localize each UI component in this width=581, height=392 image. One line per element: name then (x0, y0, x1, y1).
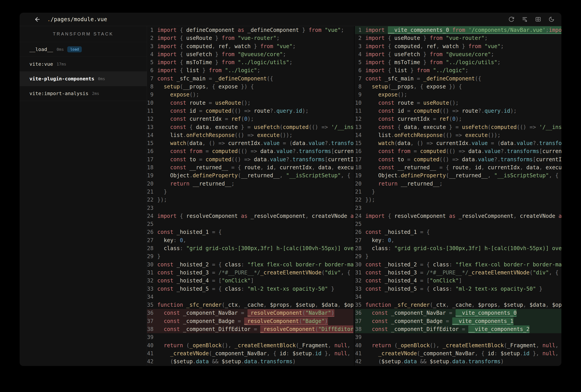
line-number: 4 (355, 50, 365, 58)
inspect-window: ./pages/module.vue (20, 13, 562, 366)
sidebar-item-vite-import-analysis[interactable]: vite:import-analysis2ms (20, 86, 147, 101)
line-number: 3 (147, 42, 157, 50)
code-text: return (_openBlock(), _createElementBloc… (157, 342, 353, 348)
line-number: 25 (147, 220, 157, 228)
line-number: 24 (355, 212, 365, 220)
line-number: 5 (147, 58, 157, 66)
line-number: 20 (355, 180, 365, 188)
line-number: 6 (355, 66, 365, 74)
code-text: import { list } from "../logic"; (157, 67, 260, 74)
code-text: list.onFetchResponse(() => execute()); (365, 132, 500, 138)
dark-mode-icon (548, 16, 554, 22)
line-number: 9 (147, 91, 157, 99)
header-actions (506, 14, 556, 24)
code-text: const currentIdx = ref(0); (157, 116, 254, 122)
line-number: 26 (355, 228, 365, 236)
line-number: 40 (355, 342, 365, 350)
line-number: 18 (147, 164, 157, 172)
code-text: import { list } from "../logic"; (365, 67, 468, 74)
code-text: import { useFetch } from "@vueuse/core"; (157, 51, 286, 58)
diff-emphasis: __vite_components_0 from '/components/Na… (388, 26, 562, 34)
sidebar-item-vite-plugin-components[interactable]: vite-plugin-components0ms (20, 72, 147, 86)
code-line: 24import { resolveComponent as _resolveC… (355, 212, 562, 220)
arrow-left-icon (34, 16, 41, 23)
code-line: 23 (147, 204, 353, 212)
code-text: const _hoisted_5 = { class: "ml-2 text-x… (365, 286, 542, 292)
line-number: 23 (147, 204, 157, 212)
line-number: 40 (147, 342, 157, 350)
plugin-name: vite:import-analysis (30, 91, 88, 96)
line-number: 34 (355, 293, 365, 301)
code-text: const route = useRoute(); (365, 100, 459, 106)
line-number: 29 (355, 252, 365, 260)
line-number: 2 (355, 34, 365, 42)
line-number: 26 (147, 228, 157, 236)
code-line: 24import { resolveComponent as _resolveC… (147, 212, 353, 220)
code-text: Object.defineProperty(__returned__, "__i… (365, 172, 562, 179)
line-number: 6 (147, 66, 157, 74)
line-number: 3 (355, 42, 365, 50)
code-line: 25 (147, 220, 353, 228)
refresh-button[interactable] (506, 14, 516, 24)
inline-diff-button[interactable] (520, 14, 530, 24)
code-line: 5import { msToTime } from "../logic/util… (355, 58, 562, 66)
code-line: 16 const from = computed(() => data.valu… (355, 147, 562, 155)
code-line: 35function _sfc_render(_ctx, _cache, $pr… (355, 301, 562, 309)
code-line: 10 const route = useRoute(); (355, 99, 562, 107)
line-number: 31 (355, 268, 365, 277)
sidebar-item-load[interactable]: __load__0msload (20, 42, 147, 57)
code-line: 14 list.onFetchResponse(() => execute())… (147, 131, 353, 139)
code-line: 36 const _component_NavBar = __vite_comp… (355, 309, 562, 317)
code-text: return __returned__; (157, 181, 234, 187)
line-number: 12 (355, 115, 365, 123)
code-text: const id = computed(() => route?.query.i… (157, 108, 308, 114)
code-line: 7const _sfc_main = _defineComponent({ (147, 74, 353, 83)
code-line: 11 const id = computed(() => route?.quer… (147, 107, 353, 115)
line-number: 35 (147, 301, 157, 309)
code-line: 6import { list } from "../logic"; (355, 66, 562, 74)
code-line: 21 } (147, 188, 353, 196)
code-line: 27 key: 0, (355, 236, 562, 244)
code-text: const _component_NavBar = _resolveCompon… (157, 309, 334, 317)
code-text: } (365, 253, 368, 260)
module-path: /pages/module.vue (50, 16, 107, 22)
code-panel-before[interactable]: 1import { defineComponent as _defineComp… (147, 26, 353, 366)
line-number: 18 (355, 164, 365, 172)
refresh-icon (508, 16, 514, 22)
code-text: const _sfc_main = _defineComponent({ (365, 76, 481, 82)
code-line: 12 const currentIdx = ref(0); (147, 115, 353, 123)
code-line: 12 const currentIdx = ref(0); (355, 115, 562, 123)
code-line: 41 _createVNode(_component_NavBar, { id:… (355, 350, 562, 358)
code-line: 32const _hoisted_4 = ["onClick"] (147, 277, 353, 285)
code-line: 4import { useFetch } from "@vueuse/core"… (147, 50, 353, 58)
code-line: 9 expose(); (147, 91, 353, 99)
theme-toggle-button[interactable] (546, 14, 556, 24)
code-panel-after[interactable]: 1import __vite_components_0 from '/compo… (355, 26, 562, 366)
line-number: 42 (355, 358, 365, 366)
plugin-name: vite:vue (30, 61, 53, 67)
line-number: 28 (147, 244, 157, 252)
code-line: 36 const _component_NavBar = _resolveCom… (147, 309, 353, 317)
code-text: import { resolveComponent as _resolveCom… (157, 213, 353, 219)
code-line: 33const _hoisted_5 = { class: "ml-2 text… (355, 285, 562, 293)
plugin-time: 0ms (98, 76, 105, 81)
line-number: 27 (355, 236, 365, 244)
code-text: expose(); (365, 92, 407, 98)
line-number: 4 (147, 50, 157, 58)
code-line: 21 } (355, 188, 562, 196)
sidebar-item-vite-vue[interactable]: vite:vue17ms (20, 57, 147, 72)
split-diff-button[interactable] (533, 14, 543, 24)
line-number: 36 (147, 309, 157, 317)
transform-stack-sidebar: TRANSFORM STACK __load__0msloadvite:vue1… (20, 26, 147, 366)
line-number: 19 (355, 172, 365, 180)
code-line: 19 Object.defineProperty(__returned__, "… (147, 172, 353, 180)
back-button[interactable] (32, 14, 42, 24)
code-line: 18 const __returned__ = { route, id, cur… (147, 164, 353, 172)
code-text: class: "grid grid-cols-[300px,3fr] h-[ca… (157, 245, 353, 252)
code-text: const _component_Badge = _resolveCompone… (157, 318, 328, 325)
code-line: 1import { defineComponent as _defineComp… (147, 26, 353, 34)
code-text: ($setup.data && $setup.data.transforms) (157, 358, 296, 364)
code-text: watch(data, () => currentIdx.value = (da… (365, 140, 562, 146)
line-number: 34 (147, 293, 157, 301)
code-text: const from = computed(() => data.value?.… (157, 148, 353, 154)
